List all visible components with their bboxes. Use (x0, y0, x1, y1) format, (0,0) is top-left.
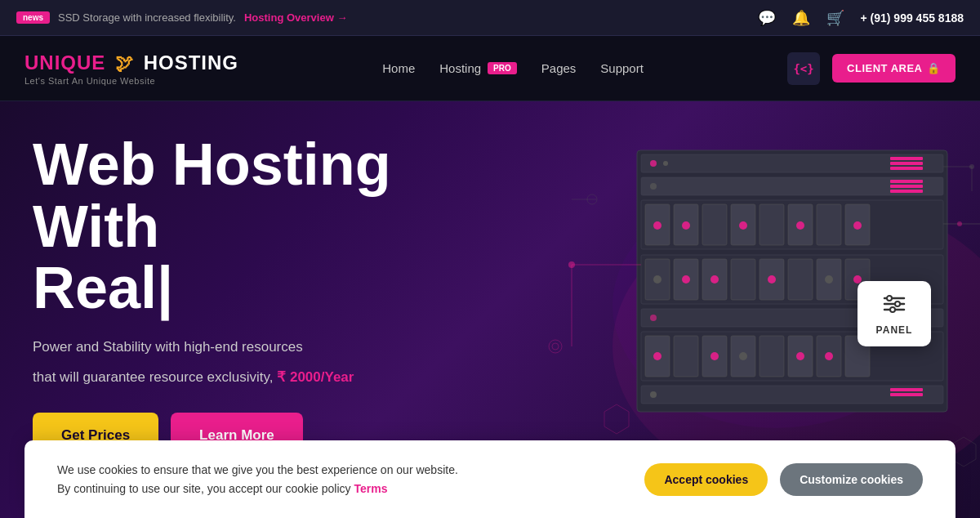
nav-hosting[interactable]: Hosting PRO (439, 61, 517, 75)
nav-pages[interactable]: Pages (541, 61, 577, 75)
nav-home[interactable]: Home (382, 61, 415, 75)
svg-rect-17 (702, 204, 727, 245)
svg-point-39 (710, 275, 719, 284)
top-bar-right: 💬 🔔 🛒 + (91) 999 455 8188 (758, 9, 964, 27)
chat-icon[interactable]: 💬 (758, 9, 776, 27)
svg-rect-10 (890, 180, 923, 183)
nav-hosting-link: Hosting (439, 61, 481, 75)
svg-point-13 (650, 183, 657, 190)
svg-point-38 (682, 275, 690, 284)
client-area-label: CLIENT AREA (847, 62, 922, 74)
svg-point-68 (568, 261, 575, 268)
svg-point-58 (710, 352, 719, 360)
svg-rect-53 (760, 336, 784, 377)
svg-point-85 (890, 307, 895, 312)
svg-rect-65 (890, 393, 923, 396)
svg-point-7 (650, 160, 657, 167)
hero-content: Web Hosting With Real| Power and Stabili… (33, 134, 523, 458)
svg-point-25 (739, 221, 747, 230)
top-bar: news SSD Storage with increased flexibil… (0, 0, 980, 36)
svg-point-41 (825, 275, 833, 284)
cookie-buttons: Accept cookies Customize cookies (644, 463, 923, 496)
hero-price: ₹ 2000/Year (277, 369, 354, 385)
hero-section: Web Hosting With Real| Power and Stabili… (0, 101, 980, 518)
panel-toggle-button[interactable]: {<} (787, 52, 820, 85)
svg-rect-11 (890, 185, 923, 188)
svg-point-70 (552, 343, 559, 350)
svg-rect-5 (890, 162, 923, 165)
nav-support[interactable]: Support (600, 61, 644, 75)
client-area-button[interactable]: CLIENT AREA 🔒 (832, 54, 956, 83)
svg-rect-12 (890, 190, 923, 193)
hero-title-line2: Real| (33, 255, 173, 320)
svg-rect-32 (731, 259, 755, 300)
phone-number: + (91) 999 455 8188 (861, 11, 964, 25)
svg-point-37 (653, 275, 662, 284)
logo: UNIQUE 🕊 HOSTING Let's Start An Unique W… (24, 51, 238, 86)
logo-text: UNIQUE 🕊 HOSTING (24, 51, 238, 74)
svg-point-24 (682, 221, 690, 230)
hero-subtitle-2: that will guarantee resource exclusivity… (33, 366, 523, 388)
bell-icon[interactable]: 🔔 (792, 9, 810, 27)
cart-icon[interactable]: 🛒 (826, 9, 844, 27)
cookie-text-line1: We use cookies to ensure that we give yo… (57, 461, 458, 479)
pro-badge: PRO (488, 62, 517, 74)
svg-point-26 (796, 221, 804, 230)
svg-point-40 (768, 275, 776, 284)
hero-title-line1: Web Hosting With (33, 132, 391, 259)
cookie-banner: We use cookies to ensure that we give yo… (24, 440, 956, 518)
svg-point-72 (957, 221, 962, 226)
svg-point-84 (895, 301, 900, 306)
svg-point-59 (739, 352, 747, 360)
svg-point-23 (653, 221, 662, 230)
svg-point-57 (653, 352, 662, 360)
svg-point-8 (663, 161, 668, 166)
accept-cookies-button[interactable]: Accept cookies (644, 463, 768, 496)
svg-point-83 (887, 296, 892, 301)
svg-rect-21 (817, 204, 841, 245)
svg-point-63 (650, 391, 657, 398)
svg-point-60 (796, 352, 804, 360)
svg-rect-19 (760, 204, 784, 245)
hero-title: Web Hosting With Real| (33, 134, 523, 319)
svg-rect-50 (674, 336, 698, 377)
announcement-area: news SSD Storage with increased flexibil… (16, 11, 347, 24)
customize-cookies-button[interactable]: Customize cookies (780, 463, 923, 496)
announcement-text: SSD Storage with increased flexibility. (58, 11, 236, 24)
nav-right: {<} CLIENT AREA 🔒 (787, 52, 956, 85)
svg-point-47 (650, 315, 657, 321)
svg-point-27 (853, 221, 862, 230)
nav-links: Home Hosting PRO Pages Support (382, 61, 644, 75)
hero-subtitle-1: Power and Stability with high-end resour… (33, 336, 523, 358)
panel-toggle-icon: {<} (793, 62, 813, 75)
logo-main: UNIQUE 🕊 HOSTING (24, 51, 238, 74)
main-nav: UNIQUE 🕊 HOSTING Let's Start An Unique W… (0, 36, 980, 101)
panel-float-label: PANEL (876, 324, 913, 336)
svg-rect-64 (890, 388, 923, 391)
svg-rect-4 (890, 157, 923, 160)
cookie-text-line2: By continuing to use our site, you accep… (57, 480, 458, 498)
cookie-text: We use cookies to ensure that we give yo… (57, 461, 458, 498)
news-badge: news (16, 11, 50, 24)
cookie-terms-link[interactable]: Terms (354, 482, 387, 495)
svg-point-69 (549, 340, 562, 353)
svg-rect-6 (890, 167, 923, 170)
panel-settings-icon (881, 292, 907, 321)
logo-subtitle: Let's Start An Unique Website (24, 76, 238, 86)
lock-icon: 🔒 (927, 62, 941, 74)
svg-marker-79 (604, 404, 629, 434)
hosting-overview-link[interactable]: Hosting Overview → (244, 11, 347, 24)
svg-point-61 (825, 352, 833, 360)
svg-rect-34 (788, 259, 813, 300)
panel-float-button[interactable]: PANEL (858, 281, 931, 346)
svg-point-77 (969, 164, 974, 169)
